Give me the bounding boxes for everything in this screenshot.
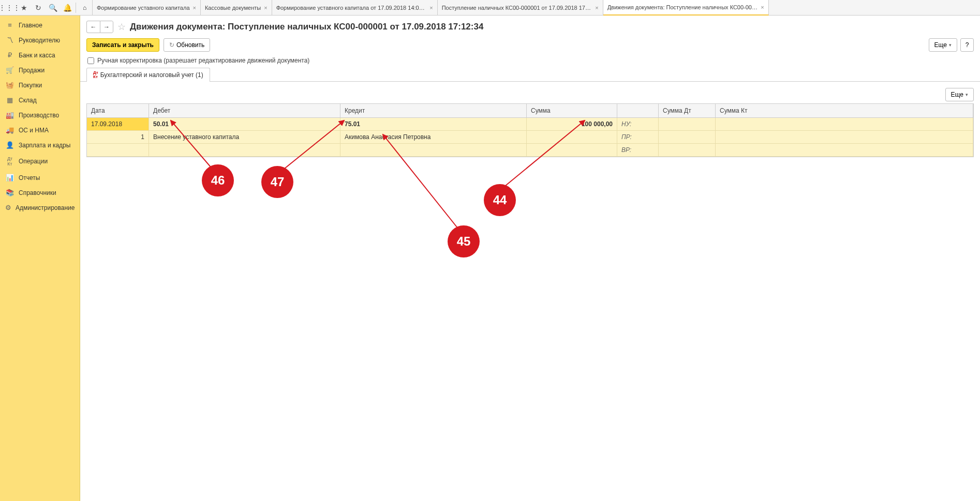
tab-3[interactable]: Поступление наличных КС00-000001 от 17.0…: [438, 0, 603, 16]
tab-1[interactable]: Кассовые документы ×: [201, 0, 272, 16]
cell-empty: [527, 144, 617, 156]
col-nu[interactable]: [617, 104, 659, 117]
cell-sum: 100 000,00: [527, 118, 617, 130]
sidebar-item-bank[interactable]: ₽Банк и касса: [0, 48, 80, 63]
cell-empty: [149, 144, 340, 156]
col-debit[interactable]: Дебет: [149, 104, 340, 117]
close-icon[interactable]: ×: [761, 4, 764, 10]
basket-icon: 🧺: [5, 81, 14, 89]
sidebar-item-label: Справочники: [19, 189, 56, 196]
close-icon[interactable]: ×: [429, 5, 433, 11]
cell-pr: ПР:: [617, 131, 659, 143]
cell-credit-desc: Акимова Анастасия Петровна: [340, 131, 527, 143]
cell-nu: НУ:: [617, 118, 659, 130]
sidebar-item-operations[interactable]: ДтКтОперации: [0, 153, 80, 170]
action-bar: Записать и закрыть ↻Обновить Еще ?: [80, 36, 980, 54]
sidebar-item-warehouse[interactable]: ▦Склад: [0, 93, 80, 108]
sidebar-item-manager[interactable]: 〽Руководителю: [0, 33, 80, 48]
annotation-47: 47: [261, 166, 293, 198]
grid-header: Дата Дебет Кредит Сумма Сумма Дт Сумма К…: [87, 104, 973, 118]
cell-idx: 1: [87, 131, 149, 143]
cell-vr: ВР:: [617, 144, 659, 156]
tab-label: Движения документа: Поступление наличных…: [607, 4, 758, 10]
cell-credit: 75.01: [340, 118, 527, 130]
grid-row-1[interactable]: 17.09.2018 50.01 75.01 100 000,00 НУ:: [87, 118, 973, 131]
tab-label: Формирование уставного капитала: [97, 5, 190, 11]
grid-row-2[interactable]: 1 Внесение уставного капитала Акимова Ан…: [87, 131, 973, 144]
cell-sumkt2: [716, 131, 973, 143]
nav-group: ← →: [86, 21, 113, 33]
cell-empty: [716, 144, 973, 156]
sidebar-item-main[interactable]: ≡Главное: [0, 18, 80, 33]
manual-edit-checkbox[interactable]: [87, 57, 94, 64]
col-sumkt[interactable]: Сумма Кт: [716, 104, 973, 117]
apps-icon[interactable]: ⋮⋮⋮: [2, 1, 17, 15]
grid: Дата Дебет Кредит Сумма Сумма Дт Сумма К…: [86, 103, 974, 157]
star-icon[interactable]: ☆: [117, 21, 126, 33]
close-icon[interactable]: ×: [193, 5, 196, 11]
tab-label: Кассовые документы: [205, 5, 261, 11]
tab-2[interactable]: Формирование уставного капитала от 17.09…: [272, 0, 438, 16]
save-close-button[interactable]: Записать и закрыть: [86, 38, 159, 52]
sidebar-item-label: Администрирование: [16, 204, 75, 211]
sidebar-item-label: Продажи: [19, 67, 44, 74]
sidebar-item-reports[interactable]: 📊Отчеты: [0, 170, 80, 185]
cell-sumkt: [716, 118, 973, 130]
grid-row-3[interactable]: ВР:: [87, 144, 973, 157]
col-credit[interactable]: Кредит: [340, 104, 527, 117]
cell-date: 17.09.2018: [87, 118, 149, 130]
grid-more-button[interactable]: Еще: [945, 88, 974, 101]
refresh-button[interactable]: ↻Обновить: [164, 38, 210, 52]
sidebar-item-label: Банк и касса: [19, 52, 55, 59]
chart-icon: 〽: [5, 36, 14, 44]
col-sum[interactable]: Сумма: [527, 104, 617, 117]
history-icon[interactable]: ↻: [31, 1, 46, 15]
page-title: Движения документа: Поступление наличных…: [130, 22, 483, 32]
tabs-bar: ⌂ Формирование уставного капитала × Касс…: [77, 0, 978, 16]
dtkt-icon: ДтКт: [93, 71, 98, 79]
back-button[interactable]: ←: [86, 21, 100, 33]
sidebar-item-salary[interactable]: 👤Зарплата и кадры: [0, 138, 80, 153]
tab-label: Поступление наличных КС00-000001 от 17.0…: [442, 5, 592, 11]
col-date[interactable]: Дата: [87, 104, 149, 117]
refresh-label: Обновить: [176, 41, 204, 49]
annotation-44: 44: [484, 184, 516, 216]
forward-button[interactable]: →: [100, 21, 113, 33]
manual-edit-label: Ручная корректировка (разрешает редактир…: [97, 57, 309, 64]
main-area: ← → ☆ Движения документа: Поступление на…: [80, 16, 980, 501]
sidebar-item-admin[interactable]: ⚙Администрирование: [0, 200, 80, 215]
sidebar-item-purchases[interactable]: 🧺Покупки: [0, 78, 80, 93]
ruble-icon: ₽: [5, 51, 14, 59]
cell-empty: [87, 144, 149, 156]
help-button[interactable]: ?: [960, 38, 974, 52]
close-icon[interactable]: ×: [264, 5, 267, 11]
search-icon[interactable]: 🔍: [46, 1, 60, 15]
gear-icon: ⚙: [5, 204, 11, 211]
col-sumdt[interactable]: Сумма Дт: [659, 104, 716, 117]
tab-4[interactable]: Движения документа: Поступление наличных…: [603, 0, 769, 16]
inner-tab-label: Бухгалтерский и налоговый учет (1): [100, 71, 203, 79]
bars-icon: 📊: [5, 174, 14, 181]
bell-icon[interactable]: 🔔: [60, 1, 75, 15]
sidebar-item-production[interactable]: 🏭Производство: [0, 108, 80, 123]
tab-0[interactable]: Формирование уставного капитала ×: [93, 0, 201, 16]
boxes-icon: ▦: [5, 96, 14, 104]
sidebar-item-label: Покупки: [19, 82, 42, 89]
grid-area: Еще Дата Дебет Кредит Сумма Сумма Дт Сум…: [80, 82, 980, 501]
home-tab[interactable]: ⌂: [77, 0, 93, 16]
favorites-icon[interactable]: ★: [17, 1, 31, 15]
top-toolbar: ⋮⋮⋮ ★ ↻ 🔍 🔔 ⌂ Формирование уставного кап…: [0, 0, 980, 16]
close-icon[interactable]: ×: [595, 5, 598, 11]
accounting-tab[interactable]: ДтКт Бухгалтерский и налоговый учет (1): [86, 68, 210, 82]
sidebar-item-label: ОС и НМА: [19, 127, 49, 134]
cell-sumdt: [659, 118, 716, 130]
title-bar: ← → ☆ Движения документа: Поступление на…: [80, 16, 980, 36]
sidebar-item-sales[interactable]: 🛒Продажи: [0, 63, 80, 78]
annotation-45: 45: [448, 225, 480, 257]
separator: [76, 3, 76, 13]
sidebar-item-directories[interactable]: 📚Справочники: [0, 185, 80, 200]
cell-sumdt2: [659, 131, 716, 143]
cell-sum2: [527, 131, 617, 143]
more-button[interactable]: Еще: [929, 38, 957, 52]
sidebar-item-assets[interactable]: 🚚ОС и НМА: [0, 123, 80, 138]
